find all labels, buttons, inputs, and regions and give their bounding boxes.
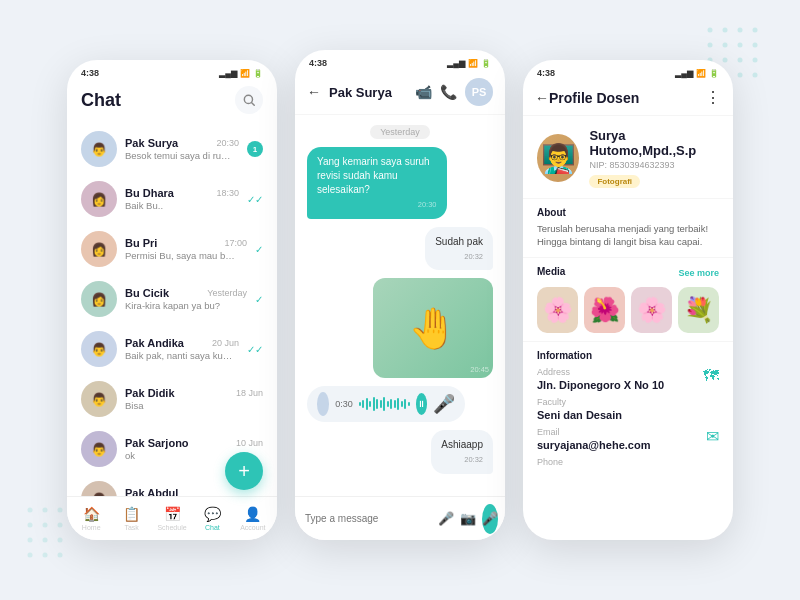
message-outgoing-2: Ashiaapp 20:32: [431, 430, 493, 474]
mic-icon[interactable]: 🎤: [433, 393, 455, 415]
date-label: Yesterday: [370, 125, 430, 139]
time-3: 4:38: [537, 68, 555, 78]
map-icon[interactable]: 🗺: [703, 367, 719, 385]
nav-item-account[interactable]: 👤Account: [233, 506, 273, 531]
voice-play-button[interactable]: ⏸: [416, 393, 427, 415]
media-thumbnail[interactable]: 💐: [678, 287, 719, 333]
screens-container: 4:38 ▂▄▆ 📶 🔋 Chat 👨Pak Surya20:30Besok t…: [0, 30, 800, 570]
chat-item-time: 18:30: [216, 188, 239, 198]
chat-list-item[interactable]: 👩Bu Dhara18:30Baik Bu..✓✓: [75, 174, 269, 224]
profile-back-button[interactable]: ←: [535, 90, 549, 106]
chat-item-info: Pak Andika20 JunBaik pak, nanti saya kum…: [125, 337, 239, 361]
message-check: ✓✓: [247, 194, 263, 205]
profile-nip: NIP: 8530394632393: [589, 160, 719, 170]
chat-avatar: 👩: [81, 281, 117, 317]
status-icons-2: ▂▄▆ 📶 🔋: [447, 59, 491, 68]
chat-avatar: 👨: [81, 431, 117, 467]
address-row: Address Jln. Diponegoro X No 10 🗺: [537, 367, 719, 391]
messages-area[interactable]: Yesterday Yang kemarin saya suruh revisi…: [295, 115, 505, 540]
status-icons-1: ▂▄▆ 📶 🔋: [219, 69, 263, 78]
chat-list-item[interactable]: 👨Pak Didik18 JunBisa: [75, 374, 269, 424]
message-time: 20:30: [317, 200, 437, 211]
information-section: Information Address Jln. Diponegoro X No…: [523, 341, 733, 483]
media-thumbnail-content: 🌺: [584, 287, 625, 333]
chat-list-item[interactable]: 👨Pak Andika20 JunBaik pak, nanti saya ku…: [75, 324, 269, 374]
back-button[interactable]: ←: [307, 84, 321, 100]
address-value: Jln. Diponegoro X No 10: [537, 379, 664, 391]
message-check: ✓: [255, 244, 263, 255]
chat-title: Chat: [81, 90, 121, 111]
wifi-icon-2: 📶: [468, 59, 478, 68]
faculty-info: Faculty Seni dan Desain: [537, 397, 622, 421]
message-text: Sudah pak: [435, 236, 483, 247]
camera-icon[interactable]: 📷: [460, 511, 476, 526]
media-thumbnail[interactable]: 🌸: [537, 287, 578, 333]
phone-row: Phone: [537, 457, 719, 469]
media-thumbnail[interactable]: 🌺: [584, 287, 625, 333]
chat-list-item[interactable]: 👨Pak Surya20:30Besok temui saya di ruang…: [75, 124, 269, 174]
voice-message: 0:30 ⏸ 🎤: [307, 386, 465, 422]
nav-item-task[interactable]: 📋Task: [111, 506, 151, 531]
contact-avatar: PS: [465, 78, 493, 106]
nav-icon-chat: 💬: [204, 506, 221, 522]
chat-list-item[interactable]: 👩Bu CicikYesterdayKira-kira kapan ya bu?…: [75, 274, 269, 324]
about-label: About: [537, 207, 719, 218]
media-header-row: Media See more: [537, 266, 719, 281]
chat-header: Chat: [67, 82, 277, 124]
chat-item-info: Bu CicikYesterdayKira-kira kapan ya bu?: [125, 287, 247, 311]
wave-bar: [397, 398, 399, 410]
chat-item-name: Bu Dhara: [125, 187, 174, 199]
search-button[interactable]: [235, 86, 263, 114]
status-bar-3: 4:38 ▂▄▆ 📶 🔋: [523, 60, 733, 82]
info-label: Information: [537, 350, 719, 361]
chat-item-info: Bu Pri17:00Permisi Bu, saya mau bertanya…: [125, 237, 247, 261]
chat-item-name: Pak Andika: [125, 337, 184, 349]
send-mic-button[interactable]: 🎤: [482, 504, 498, 534]
contact-name: Pak Surya: [329, 85, 407, 100]
email-info: Email suryajana@hehe.com: [537, 427, 650, 451]
conversation-actions: 📹 📞 PS: [415, 78, 493, 106]
phone-profile: 4:38 ▂▄▆ 📶 🔋 ← Profile Dosen ⋮ 👨‍🏫 Surya…: [523, 60, 733, 540]
message-image: 🤚 20:45: [373, 278, 493, 378]
email-icon[interactable]: ✉: [706, 427, 719, 446]
profile-header: ← Profile Dosen ⋮: [523, 82, 733, 116]
nav-icon-account: 👤: [244, 506, 261, 522]
address-label: Address: [537, 367, 664, 377]
nav-label-task: Task: [124, 524, 138, 531]
see-more-button[interactable]: See more: [678, 268, 719, 278]
wave-bar: [383, 397, 385, 411]
chat-item-time: 10 Jun: [236, 438, 263, 448]
nav-item-home[interactable]: 🏠Home: [71, 506, 111, 531]
voice-call-button[interactable]: 📞: [440, 84, 457, 100]
profile-info: 👨‍🏫 Surya Hutomo,Mpd.,S.p NIP: 853039463…: [523, 116, 733, 198]
wave-bar: [366, 398, 368, 410]
message-check: ✓✓: [247, 344, 263, 355]
faculty-row: Faculty Seni dan Desain: [537, 397, 719, 421]
new-chat-fab[interactable]: +: [225, 452, 263, 490]
signal-icon: ▂▄▆: [219, 69, 237, 78]
email-row: Email suryajana@hehe.com ✉: [537, 427, 719, 451]
nav-item-chat[interactable]: 💬Chat: [192, 506, 232, 531]
chat-item-preview: Baik Bu..: [125, 200, 235, 211]
wave-bar: [376, 399, 378, 409]
voice-duration: 0:30: [335, 399, 353, 409]
media-thumbnail[interactable]: 🌸: [631, 287, 672, 333]
profile-name: Surya Hutomo,Mpd.,S.p: [589, 128, 719, 158]
profile-tag: Fotografi: [589, 175, 640, 188]
svg-line-29: [252, 103, 255, 106]
attach-icon[interactable]: 🎤: [438, 511, 454, 526]
message-text: Ashiaapp: [441, 439, 483, 450]
chat-item-time: 18 Jun: [236, 388, 263, 398]
message-outgoing-1: Sudah pak 20:32: [425, 227, 493, 271]
message-input[interactable]: [305, 513, 432, 524]
chat-avatar: 👨: [81, 131, 117, 167]
wifi-icon-3: 📶: [696, 69, 706, 78]
wave-bar: [380, 400, 382, 408]
profile-more-button[interactable]: ⋮: [705, 88, 721, 107]
faculty-label: Faculty: [537, 397, 622, 407]
nav-item-schedule[interactable]: 📅Schedule: [152, 506, 192, 531]
chat-list-item[interactable]: 👩Bu Pri17:00Permisi Bu, saya mau bertany…: [75, 224, 269, 274]
nav-icon-schedule: 📅: [164, 506, 181, 522]
video-call-button[interactable]: 📹: [415, 84, 432, 100]
bottom-nav: 🏠Home📋Task📅Schedule💬Chat👤Account: [67, 496, 277, 540]
